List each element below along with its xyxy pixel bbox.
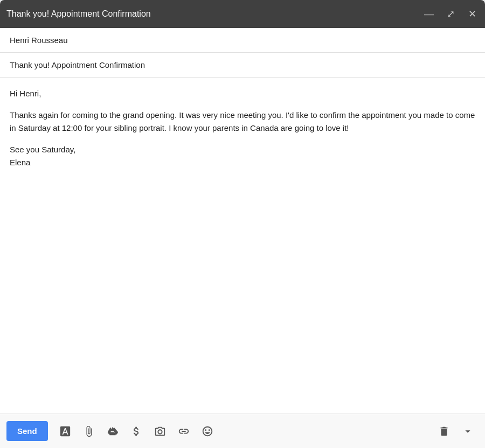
chevron-down-icon xyxy=(462,425,474,437)
font-button[interactable] xyxy=(54,421,76,442)
attachment-icon xyxy=(83,425,95,437)
money-button[interactable] xyxy=(126,421,147,442)
minimize-button[interactable]: — xyxy=(422,8,435,20)
closing-line: See you Saturday, xyxy=(10,145,75,154)
maximize-button[interactable]: ⤢ xyxy=(444,8,457,20)
trash-icon xyxy=(438,425,450,437)
drive-button[interactable] xyxy=(102,421,123,442)
subject-field[interactable]: Thank you! Appointment Confirmation xyxy=(0,53,485,78)
send-button[interactable]: Send xyxy=(6,421,48,441)
link-icon xyxy=(178,425,190,437)
dollar-icon xyxy=(130,425,142,437)
font-icon xyxy=(59,425,71,437)
close-button[interactable]: ✕ xyxy=(466,8,479,20)
compose-toolbar: Send xyxy=(0,414,485,448)
attach-button[interactable] xyxy=(78,421,100,442)
greeting: Hi Henri, xyxy=(10,87,475,100)
subject-value: Thank you! Appointment Confirmation xyxy=(10,60,145,69)
title-bar: Thank you! Appointment Confirmation — ⤢ … xyxy=(0,0,485,28)
delete-button[interactable] xyxy=(433,421,455,442)
link-button[interactable] xyxy=(173,421,195,442)
drive-icon xyxy=(107,425,119,437)
body-paragraph-1: Thanks again for coming to the grand ope… xyxy=(10,109,475,135)
emoji-button[interactable] xyxy=(197,421,218,442)
to-value: Henri Rousseau xyxy=(10,36,68,45)
toolbar-right-group xyxy=(433,421,479,442)
to-field[interactable]: Henri Rousseau xyxy=(0,28,485,53)
signature: Elena xyxy=(10,158,30,167)
camera-icon xyxy=(154,425,166,437)
window-controls: — ⤢ ✕ xyxy=(422,8,479,20)
closing: See you Saturday, Elena xyxy=(10,143,475,169)
window-title: Thank you! Appointment Confirmation xyxy=(6,9,151,19)
emoji-icon xyxy=(202,425,213,437)
photo-button[interactable] xyxy=(149,421,171,442)
email-body[interactable]: Hi Henri, Thanks again for coming to the… xyxy=(0,78,485,414)
compose-window: Thank you! Appointment Confirmation — ⤢ … xyxy=(0,0,485,448)
more-options-button[interactable] xyxy=(457,421,479,442)
